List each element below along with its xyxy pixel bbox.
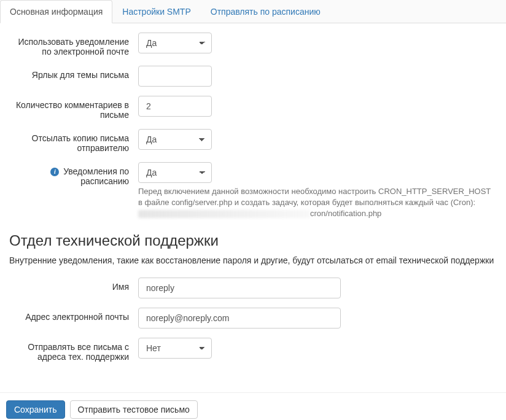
comments-count-input[interactable] [138, 96, 212, 117]
support-email-input[interactable] [138, 308, 341, 329]
schedule-notif-select[interactable]: Да [138, 162, 212, 183]
schedule-notif-label-text: Уведомления по расписанию [63, 166, 129, 186]
send-copy-label: Отсылать копию письма отправителю [9, 129, 138, 153]
blurred-path [138, 210, 310, 218]
save-button[interactable]: Сохранить [6, 400, 65, 419]
send-all-support-select[interactable]: Нет [138, 338, 212, 359]
use-email-notif-select[interactable]: Да [138, 33, 212, 53]
schedule-notif-help: Перед включением данной возможности необ… [138, 186, 497, 220]
subject-label-input[interactable] [138, 66, 212, 87]
schedule-help-line1: Перед включением данной возможности необ… [138, 187, 491, 207]
footer-buttons: Сохранить Отправить тестовое письмо [0, 392, 506, 420]
tab-smtp-settings[interactable]: Настройки SMTP [112, 0, 200, 23]
tab-basic-info[interactable]: Основная информация [0, 0, 112, 23]
schedule-help-line2: cron/notification.php [310, 209, 381, 218]
send-test-button[interactable]: Отправить тестовое письмо [70, 400, 198, 419]
support-section-heading: Отдел технической поддержки [9, 232, 497, 249]
support-name-input[interactable] [138, 278, 341, 298]
tab-schedule-send[interactable]: Отправлять по расписанию [201, 0, 330, 23]
send-all-support-label: Отправлять все письма с адреса тех. подд… [9, 338, 138, 362]
send-copy-select[interactable]: Да [138, 129, 212, 150]
comments-count-label: Количество комментариев в письме [9, 96, 138, 120]
form-container: Использовать уведомление по электронной … [0, 23, 506, 380]
use-email-notif-label: Использовать уведомление по электронной … [9, 33, 138, 56]
support-section-desc: Внутренние уведомления, такие как восста… [9, 255, 497, 265]
support-name-label: Имя [9, 278, 138, 292]
subject-label-label: Ярлык для темы письма [9, 66, 138, 80]
schedule-notif-label: i Уведомления по расписанию [9, 162, 138, 186]
info-icon[interactable]: i [50, 168, 59, 176]
support-email-label: Адрес электронной почты [9, 308, 138, 322]
tabs-bar: Основная информация Настройки SMTP Отпра… [0, 0, 506, 23]
